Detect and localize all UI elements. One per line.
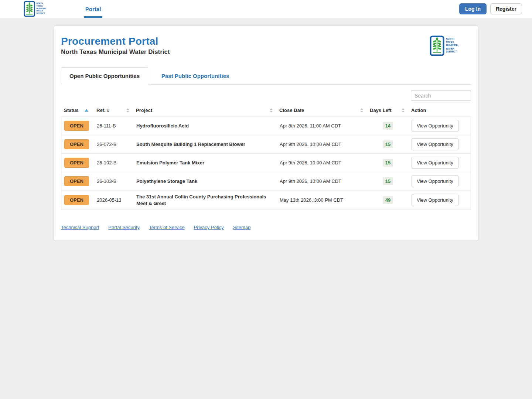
status-badge: OPEN — [64, 158, 89, 168]
column-label: Days Left — [370, 108, 392, 113]
close-date-cell: May 13th 2026, 3:00 PM CDT — [277, 194, 367, 206]
table-header-row: Status Ref. # Project Close Date Days Le… — [61, 105, 471, 116]
footer-link-sitemap[interactable]: Sitemap — [233, 225, 251, 230]
svg-text:WATER: WATER — [446, 47, 454, 50]
footer-link-portal-security[interactable]: Portal Security — [108, 225, 140, 230]
svg-text:DISTRICT: DISTRICT — [37, 12, 45, 14]
action-cell: View Opportunity — [409, 135, 471, 153]
action-cell: View Opportunity — [409, 154, 471, 172]
view-opportunity-button[interactable]: View Opportunity — [412, 175, 458, 187]
ref-cell: 26-102-B — [94, 157, 133, 168]
days-left-cell: 15 — [367, 156, 409, 170]
ref-cell: 2026-05-13 — [94, 194, 133, 206]
footer-link-technical-support[interactable]: Technical Support — [61, 225, 99, 230]
column-label: Close Date — [279, 108, 304, 113]
project-cell: South Mesquite Building 1 Replacement Bl… — [133, 138, 277, 151]
login-button[interactable]: Log In — [459, 3, 487, 14]
sort-icon — [270, 108, 273, 113]
page-title: Procurement Portal — [61, 35, 170, 47]
days-left-badge: 49 — [383, 196, 393, 204]
ref-cell: 26-072-B — [94, 139, 133, 150]
svg-text:MUNICIPAL: MUNICIPAL — [446, 44, 459, 47]
close-date-cell: Apr 9th 2026, 10:00 AM CDT — [277, 139, 367, 150]
svg-text:NORTH: NORTH — [37, 2, 43, 4]
svg-text:WATER: WATER — [37, 10, 43, 12]
table-row: OPEN 26-103-B Polyethylene Storage Tank … — [61, 172, 471, 191]
footer-link-privacy-policy[interactable]: Privacy Policy — [194, 225, 224, 230]
days-left-badge: 14 — [383, 122, 393, 130]
sort-icon — [126, 108, 129, 113]
days-left-cell: 49 — [367, 193, 409, 207]
footer-link-terms-of-service[interactable]: Terms of Service — [149, 225, 185, 230]
column-header-status[interactable]: Status — [61, 105, 93, 116]
project-cell: The 31st Annual Collin County Purchasing… — [133, 191, 277, 209]
project-cell: Polyethylene Storage Tank — [133, 175, 277, 188]
days-left-cell: 15 — [367, 174, 409, 188]
ref-cell: 26-111-B — [94, 120, 133, 132]
water-district-logo-icon: NORTH TEXAS MUNICIPAL WATER DISTRICT — [430, 35, 470, 56]
status-badge: OPEN — [64, 121, 89, 131]
column-header-days-left[interactable]: Days Left — [367, 105, 408, 116]
column-header-close-date[interactable]: Close Date — [276, 105, 367, 116]
search-input[interactable] — [411, 91, 471, 101]
column-label: Action — [411, 108, 426, 113]
view-opportunity-button[interactable]: View Opportunity — [412, 138, 458, 150]
status-badge: OPEN — [64, 139, 89, 149]
sort-icon — [402, 108, 405, 113]
svg-text:TEXAS: TEXAS — [446, 41, 454, 44]
sort-ascending-icon — [85, 109, 88, 112]
column-header-ref[interactable]: Ref. # — [93, 105, 133, 116]
svg-text:DISTRICT: DISTRICT — [446, 50, 457, 53]
register-button[interactable]: Register — [490, 3, 522, 14]
column-header-project[interactable]: Project — [133, 105, 276, 116]
water-district-logo-icon: NORTH TEXAS MUNICIPAL WATER DISTRICT — [24, 1, 55, 17]
card-header: Procurement Portal North Texas Municipal… — [61, 35, 471, 56]
card-footer: Technical Support Portal Security Terms … — [61, 225, 471, 232]
days-left-cell: 14 — [367, 119, 409, 133]
status-cell: OPEN — [61, 136, 94, 152]
column-label: Project — [136, 108, 152, 113]
search-row — [61, 91, 471, 101]
status-cell: OPEN — [61, 192, 94, 208]
days-left-badge: 15 — [383, 159, 393, 167]
table-row: OPEN 26-072-B South Mesquite Building 1 … — [61, 135, 471, 154]
column-header-action: Action — [408, 105, 471, 116]
status-cell: OPEN — [61, 118, 94, 134]
tab-open-public-opportunities[interactable]: Open Public Opportunities — [61, 67, 148, 85]
close-date-cell: Apr 9th 2026, 10:00 AM CDT — [277, 157, 367, 168]
opportunities-tabs: Open Public Opportunities Past Public Op… — [61, 67, 471, 85]
action-cell: View Opportunity — [409, 191, 471, 209]
svg-text:TEXAS: TEXAS — [37, 5, 43, 7]
status-cell: OPEN — [61, 173, 94, 189]
column-label: Status — [64, 108, 79, 113]
close-date-cell: Apr 9th 2026, 10:00 AM CDT — [277, 175, 367, 187]
procurement-portal-card: Procurement Portal North Texas Municipal… — [53, 25, 479, 241]
days-left-badge: 15 — [383, 140, 393, 148]
view-opportunity-button[interactable]: View Opportunity — [412, 120, 458, 132]
project-cell: Emulsion Polymer Tank Mixer — [133, 157, 277, 169]
table-row: OPEN 26-111-B Hydrofluorosilicic Acid Ap… — [61, 117, 471, 135]
view-opportunity-button[interactable]: View Opportunity — [412, 157, 458, 169]
svg-text:NORTH: NORTH — [446, 38, 454, 40]
nav-portal-link[interactable]: Portal — [84, 0, 103, 18]
district-logo: NORTH TEXAS MUNICIPAL WATER DISTRICT — [24, 1, 55, 17]
status-badge: OPEN — [64, 176, 89, 186]
district-logo: NORTH TEXAS MUNICIPAL WATER DISTRICT — [430, 35, 471, 56]
days-left-cell: 15 — [367, 137, 409, 151]
svg-text:MUNICIPAL: MUNICIPAL — [37, 7, 47, 10]
status-badge: OPEN — [64, 195, 89, 205]
ref-cell: 26-103-B — [94, 175, 133, 187]
status-cell: OPEN — [61, 155, 94, 171]
view-opportunity-button[interactable]: View Opportunity — [412, 194, 458, 206]
table-row: OPEN 2026-05-13 The 31st Annual Collin C… — [61, 191, 471, 209]
column-label: Ref. # — [96, 108, 109, 113]
tab-past-public-opportunities[interactable]: Past Public Opportunities — [153, 68, 237, 84]
top-navbar: NORTH TEXAS MUNICIPAL WATER DISTRICT Por… — [0, 0, 532, 18]
sort-icon — [360, 108, 363, 113]
opportunities-table-body: OPEN 26-111-B Hydrofluorosilicic Acid Ap… — [61, 116, 471, 210]
page-subtitle: North Texas Municipal Water District — [61, 48, 170, 56]
project-cell: Hydrofluorosilicic Acid — [133, 120, 277, 132]
title-block: Procurement Portal North Texas Municipal… — [61, 35, 170, 56]
action-cell: View Opportunity — [409, 117, 471, 135]
days-left-badge: 15 — [383, 177, 393, 185]
